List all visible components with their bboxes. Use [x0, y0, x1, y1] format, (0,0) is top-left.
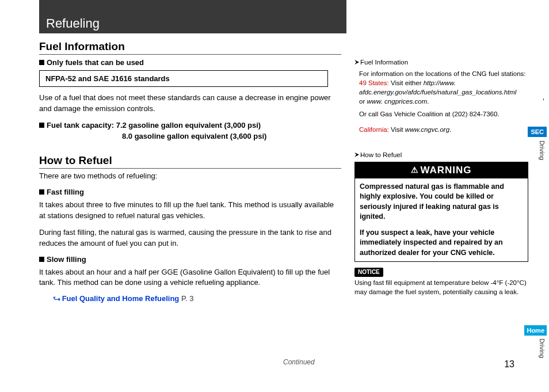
continued-label: Continued — [283, 358, 315, 366]
fast-filling-p2: During fast filling, the natural gas is … — [39, 227, 341, 249]
warning-header: ⚠WARNING — [355, 162, 528, 178]
fast-filling-label: Fast filling — [47, 188, 84, 196]
section-banner: Refueling — [39, 0, 346, 33]
slow-filling-p1: It takes about an hour and a half per GG… — [39, 267, 341, 289]
fuel-capacity-block: Fuel tank capacity: 7.2 gasoline gallon … — [39, 120, 341, 142]
side-how-head: How to Refuel — [354, 150, 528, 159]
side-fuel-info-head: Fuel Information — [354, 58, 528, 67]
side-how-label: How to Refuel — [360, 151, 402, 158]
capacity-line2: 8.0 gasoline gallon equivalent (3,600 ps… — [39, 131, 341, 142]
nonconforming-fuel-text: Use of a fuel that does not meet these s… — [39, 93, 341, 115]
states-line: 49 States: Visit either http://www. afdc… — [359, 78, 528, 97]
tab-driving-label: Driving — [539, 140, 546, 160]
states-text: Visit either — [391, 79, 421, 86]
crossref-link[interactable]: ⮑ Fuel Quality and Home Refueling P. 3 — [53, 294, 341, 303]
states-label: 49 States: — [359, 79, 389, 86]
side-tabs: SEC Driving Home Driving — [526, 0, 549, 392]
slow-filling-label: Slow filling — [47, 255, 86, 264]
banner-title: Refueling — [39, 0, 346, 31]
warning-box: ⚠WARNING Compressed natural gas is flamm… — [354, 162, 528, 262]
main-column: Fuel Information Only fuels that can be … — [39, 40, 341, 303]
states-url2[interactable]: www. cngprices.com — [367, 98, 427, 105]
slow-filling-subhead: Slow filling — [39, 255, 341, 264]
california-line: California: Visit www.cngvc.org. — [359, 125, 528, 134]
locations-intro: For information on the locations of the … — [359, 69, 528, 78]
notice-text: Using fast fill equipment at temperature… — [354, 278, 528, 296]
side-fuel-info-label: Fuel Information — [360, 59, 408, 66]
california-label: California: — [359, 126, 389, 133]
tab-home[interactable]: Home — [524, 325, 547, 336]
crossref-page: P. 3 — [181, 294, 193, 303]
page: Refueling Fuel Information Only fuels th… — [18, 0, 531, 380]
standards-box: NFPA-52 and SAE J1616 standards — [39, 70, 328, 87]
crossref-label: Fuel Quality and Home Refueling — [62, 294, 180, 303]
or-text: or — [359, 98, 365, 105]
warning-p1: Compressed natural gas is flammable and … — [360, 182, 523, 222]
warning-title: WARNING — [420, 165, 471, 176]
california-text: Visit — [391, 126, 403, 133]
square-bullet-icon — [39, 189, 44, 195]
warning-body: Compressed natural gas is flammable and … — [355, 178, 528, 262]
square-bullet-icon — [39, 257, 44, 262]
fast-filling-p1: It takes about three to five minutes to … — [39, 200, 341, 222]
square-bullet-icon — [39, 123, 44, 128]
side-column: Fuel Information For information on the … — [354, 58, 528, 296]
only-fuels-subhead: Only fuels that can be used — [39, 58, 341, 67]
tab-sec[interactable]: SEC — [528, 127, 547, 137]
call-text: Or call Gas Vehicle Coalition at (202) 8… — [359, 109, 528, 119]
fast-filling-subhead: Fast filling — [39, 188, 341, 196]
only-fuels-label: Only fuels that can be used — [47, 58, 144, 67]
side-fuel-info-body: For information on the locations of the … — [354, 69, 528, 134]
notice-tag: NOTICE — [354, 268, 383, 277]
link-arrow-icon: ⮑ — [53, 294, 60, 303]
or-line: or www. cngprices.com. — [359, 97, 528, 106]
refuel-intro: There are two methods of refueling: — [39, 171, 341, 182]
fuel-information-heading: Fuel Information — [39, 40, 341, 55]
capacity-line1: 7.2 gasoline gallon equivalent (3,000 ps… — [116, 121, 261, 130]
square-bullet-icon — [39, 60, 44, 65]
california-url[interactable]: www.cngvc.org — [405, 126, 449, 133]
tab-driving-label-2: Driving — [539, 338, 546, 358]
page-number: 13 — [504, 359, 514, 370]
warning-p2: If you suspect a leak, have your vehicle… — [360, 228, 523, 258]
warning-triangle-icon: ⚠ — [411, 165, 419, 176]
how-to-refuel-heading: How to Refuel — [39, 154, 341, 169]
capacity-label: Fuel tank capacity: — [47, 121, 114, 130]
